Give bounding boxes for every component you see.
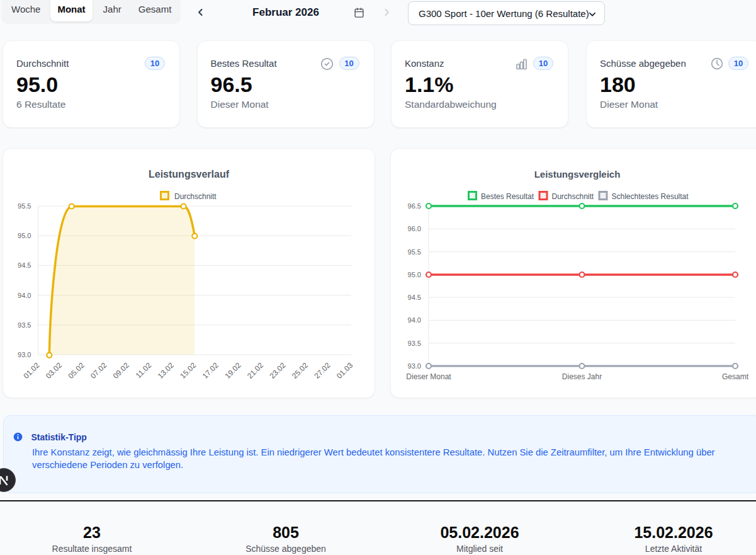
svg-text:Leistungsverlauf: Leistungsverlauf xyxy=(149,169,230,180)
svg-text:Leistungsvergleich: Leistungsvergleich xyxy=(534,169,621,180)
svg-text:21.02: 21.02 xyxy=(245,360,265,380)
svg-text:93.5: 93.5 xyxy=(408,340,421,347)
svg-text:03.02: 03.02 xyxy=(44,360,64,380)
svg-text:25.02: 25.02 xyxy=(290,360,310,380)
svg-text:94.5: 94.5 xyxy=(18,261,31,269)
svg-text:Durchschnitt: Durchschnitt xyxy=(174,192,217,201)
svg-text:15.02: 15.02 xyxy=(178,360,198,380)
svg-text:95.0: 95.0 xyxy=(18,232,31,239)
svg-text:94.5: 94.5 xyxy=(408,294,421,301)
svg-text:93.0: 93.0 xyxy=(18,351,31,358)
svg-text:05.02: 05.02 xyxy=(67,360,86,380)
svg-text:01.02: 01.02 xyxy=(21,360,41,380)
svg-text:95.5: 95.5 xyxy=(408,248,421,256)
svg-text:17.02: 17.02 xyxy=(201,360,220,380)
svg-text:13.02: 13.02 xyxy=(156,360,176,380)
svg-text:07.02: 07.02 xyxy=(89,360,108,380)
svg-text:95.0: 95.0 xyxy=(408,271,421,278)
svg-text:23.02: 23.02 xyxy=(268,360,287,380)
svg-text:94.0: 94.0 xyxy=(408,316,421,324)
svg-text:93.0: 93.0 xyxy=(408,362,421,370)
svg-text:Schlechtestes Resultat: Schlechtestes Resultat xyxy=(612,192,689,201)
svg-text:95.5: 95.5 xyxy=(18,202,31,210)
svg-text:94.0: 94.0 xyxy=(18,292,31,299)
svg-text:01.03: 01.03 xyxy=(335,360,354,380)
svg-text:11.02: 11.02 xyxy=(134,360,154,380)
svg-text:19.02: 19.02 xyxy=(223,360,242,380)
svg-text:96.0: 96.0 xyxy=(408,225,421,232)
svg-text:Durchschnitt: Durchschnitt xyxy=(552,192,594,201)
svg-text:09.02: 09.02 xyxy=(111,360,131,380)
svg-text:Gesamt: Gesamt xyxy=(722,372,749,381)
svg-text:Bestes Resultat: Bestes Resultat xyxy=(481,192,534,201)
svg-text:96.5: 96.5 xyxy=(408,202,421,210)
svg-text:93.5: 93.5 xyxy=(18,321,31,329)
svg-text:Dieser Monat: Dieser Monat xyxy=(406,372,451,381)
svg-text:Dieses Jahr: Dieses Jahr xyxy=(562,372,602,381)
svg-text:27.02: 27.02 xyxy=(312,360,332,380)
